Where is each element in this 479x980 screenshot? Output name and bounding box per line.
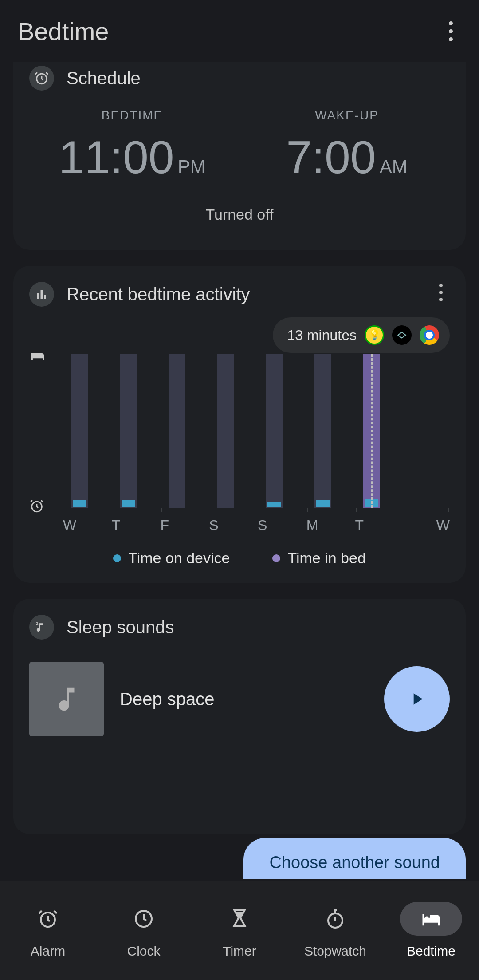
x-tick-label: S [206, 517, 255, 533]
bedtime-time: 11:00 [59, 131, 174, 183]
card-header: Recent bedtime activity [29, 282, 450, 307]
alarm-icon [29, 66, 54, 91]
bed-icon [29, 348, 46, 365]
legend-device-label: Time on device [128, 549, 230, 567]
legend-bed: Time in bed [272, 549, 365, 567]
bedtime-label: BEDTIME [29, 108, 235, 122]
chart-column[interactable] [158, 354, 207, 508]
chart-column[interactable] [109, 354, 158, 508]
x-tick-label: W [60, 517, 109, 533]
chart-x-labels: WTFSSMTW [60, 517, 450, 533]
bedtime-nav-icon [400, 902, 462, 936]
play-button[interactable] [384, 666, 450, 732]
x-tick-label: M [304, 517, 353, 533]
chart-column[interactable] [60, 354, 109, 508]
sounds-title: Sleep sounds [67, 617, 174, 637]
device-bar [267, 502, 281, 507]
chart-column[interactable] [304, 354, 353, 508]
legend-dot-bed [272, 554, 280, 562]
nav-label: Stopwatch [304, 944, 366, 959]
activity-chart[interactable] [29, 351, 450, 511]
activity-tooltip-chip[interactable]: 13 minutes 💡 [273, 317, 450, 353]
legend-device: Time on device [113, 549, 230, 567]
bed-bar [314, 354, 331, 508]
bedtime-ampm: PM [178, 156, 206, 177]
wakeup-label: WAKE-UP [244, 108, 450, 122]
card-header: z Sleep sounds [29, 615, 450, 640]
sleep-sound-icon: z [29, 615, 54, 640]
timer-nav-icon [208, 902, 271, 936]
sound-name: Deep space [120, 689, 368, 709]
x-tick-label: T [109, 517, 158, 533]
schedule-card[interactable]: Schedule BEDTIME 11:00PM WAKE-UP 7:00AM … [13, 62, 466, 250]
svg-point-10 [425, 917, 429, 921]
schedule-title: Schedule [67, 68, 141, 88]
sounds-card: z Sleep sounds Deep space [13, 599, 466, 834]
wakeup-value: 7:00AM [244, 134, 450, 180]
device-bar [122, 500, 135, 507]
svg-rect-3 [44, 295, 46, 299]
svg-point-4 [33, 355, 35, 357]
card-header: Schedule [29, 66, 450, 91]
app-icon-chrome [420, 325, 439, 345]
chart-area [60, 354, 450, 508]
chip-text: 13 minutes [287, 327, 357, 344]
activity-title: Recent bedtime activity [67, 285, 250, 304]
bed-bar [120, 354, 137, 508]
nav-bedtime[interactable]: Bedtime [383, 881, 479, 980]
stopwatch-nav-icon [304, 902, 366, 936]
svg-text:z: z [36, 621, 39, 626]
nav-label: Bedtime [407, 944, 455, 959]
page-title: Bedtime [18, 17, 109, 46]
alarm-nav-icon [17, 902, 79, 936]
alarm-small-icon [29, 498, 44, 514]
nav-label: Clock [127, 944, 160, 959]
current-sound-row: Deep space [29, 662, 450, 736]
chart-column[interactable] [255, 354, 304, 508]
legend-dot-device [113, 554, 121, 562]
chart-column[interactable] [206, 354, 255, 508]
choose-sound-button[interactable]: Choose another sound [243, 838, 466, 879]
wakeup-block[interactable]: WAKE-UP 7:00AM [244, 108, 450, 180]
app-icon-keep: 💡 [365, 325, 384, 345]
clock-nav-icon [113, 902, 175, 936]
nav-alarm[interactable]: Alarm [0, 881, 96, 980]
sound-thumbnail[interactable] [29, 662, 104, 736]
chart-column[interactable] [401, 354, 450, 508]
bed-bar [217, 354, 234, 508]
device-bar [316, 500, 330, 507]
app-header: Bedtime [0, 0, 479, 62]
schedule-status: Turned off [29, 206, 450, 223]
nav-label: Alarm [31, 944, 65, 959]
x-tick-label: W [401, 517, 450, 533]
bedtime-block[interactable]: BEDTIME 11:00PM [29, 108, 235, 180]
activity-overflow-button[interactable] [432, 284, 450, 301]
activity-card: Recent bedtime activity 13 minutes 💡 WTF… [13, 266, 466, 583]
nav-stopwatch[interactable]: Stopwatch [287, 881, 383, 980]
chart-icon [29, 282, 54, 307]
x-tick-label: S [255, 517, 304, 533]
today-marker [371, 354, 373, 508]
x-tick-label: T [353, 517, 401, 533]
app-icon-flip [392, 325, 412, 345]
svg-rect-1 [37, 293, 39, 299]
nav-label: Timer [223, 944, 256, 959]
device-bar [73, 500, 86, 507]
nav-timer[interactable]: Timer [192, 881, 287, 980]
content-scroll: Schedule BEDTIME 11:00PM WAKE-UP 7:00AM … [0, 62, 479, 881]
legend-bed-label: Time in bed [287, 549, 365, 567]
bottom-nav: Alarm Clock Timer Stopwatch Bedtime [0, 881, 479, 980]
svg-rect-2 [41, 290, 43, 299]
x-tick-label: F [158, 517, 207, 533]
wakeup-ampm: AM [380, 156, 408, 177]
nav-clock[interactable]: Clock [96, 881, 192, 980]
bed-bar [266, 354, 283, 508]
bedtime-value: 11:00PM [29, 134, 235, 180]
wakeup-time: 7:00 [286, 131, 376, 183]
chart-column[interactable] [353, 354, 401, 508]
chart-legend: Time on device Time in bed [29, 549, 450, 567]
bed-bar [169, 354, 185, 508]
schedule-times: BEDTIME 11:00PM WAKE-UP 7:00AM [29, 108, 450, 180]
overflow-menu-button[interactable] [440, 20, 461, 42]
bed-bar [71, 354, 88, 508]
